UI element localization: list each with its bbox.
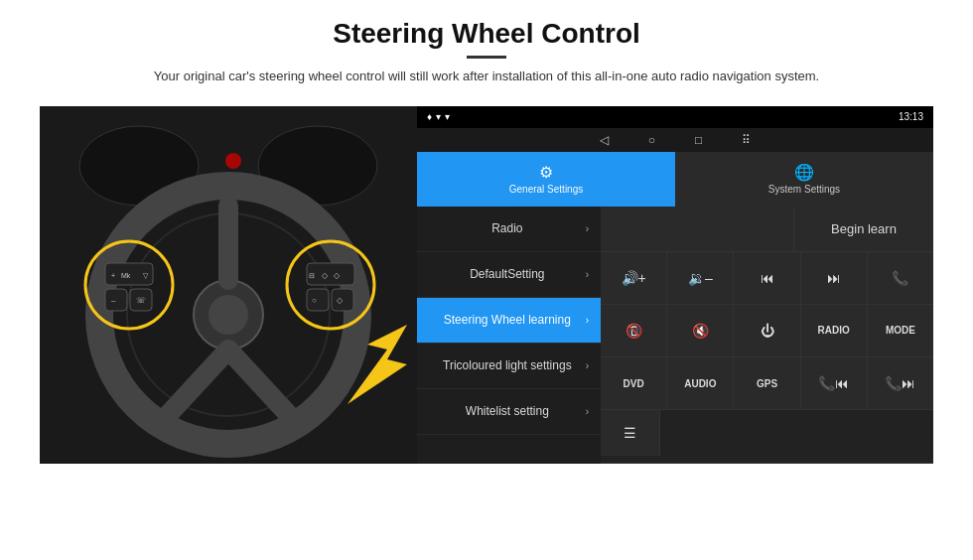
dvd-button[interactable]: DVD — [601, 357, 667, 409]
mode-button[interactable]: MODE — [868, 305, 933, 356]
chevron-icon: › — [586, 269, 589, 280]
dvd-label: DVD — [624, 378, 644, 389]
vol-up-icon: 🔊+ — [622, 270, 646, 286]
svg-text:◇: ◇ — [337, 296, 344, 305]
tab-general-label: General Settings — [509, 184, 584, 195]
power-button[interactable]: ⏻ — [734, 305, 800, 356]
menu-item-tricoloured[interactable]: Tricoloured light settings › — [417, 344, 601, 389]
page-title: Steering Wheel Control — [154, 18, 819, 50]
next-track-icon: ⏭ — [827, 270, 841, 286]
list-button[interactable]: ☰ — [601, 410, 660, 456]
svg-text:◇: ◇ — [334, 271, 341, 280]
svg-point-7 — [208, 295, 248, 335]
page-subtitle: Your original car's steering wheel contr… — [154, 67, 819, 86]
title-section: Steering Wheel Control Your original car… — [154, 18, 819, 98]
prev-track-button[interactable]: ⏮ — [734, 252, 800, 304]
svg-text:◇: ◇ — [322, 271, 329, 280]
power-icon: ⏻ — [761, 323, 774, 339]
menu-item-defaultsetting-label: DefaultSetting — [429, 267, 586, 281]
menu-item-defaultsetting[interactable]: DefaultSetting › — [417, 252, 601, 298]
svg-rect-22 — [307, 289, 329, 311]
ctrl-row-2: 📵 🔇 ⏻ RADIO MO — [601, 305, 933, 357]
radio-label: RADIO — [818, 325, 850, 336]
main-content: Radio › DefaultSetting › Steering Wheel … — [417, 207, 933, 464]
nav-bar: ◁ ○ □ ⠿ — [417, 128, 933, 152]
svg-rect-23 — [332, 289, 353, 311]
radio-row: Begin learn — [601, 207, 933, 252]
menu-item-radio[interactable]: Radio › — [417, 207, 601, 252]
prev-track-icon: ⏮ — [761, 270, 774, 286]
svg-text:☏: ☏ — [136, 296, 146, 305]
tab-system-label: System Settings — [768, 184, 840, 195]
next-track-button[interactable]: ⏭ — [801, 252, 868, 304]
vol-down-button[interactable]: 🔉– — [667, 252, 734, 304]
menu-item-steering[interactable]: Steering Wheel learning › — [417, 298, 601, 344]
vol-down-icon: 🔉– — [688, 270, 713, 286]
chevron-icon: › — [586, 406, 589, 417]
svg-text:+: + — [111, 272, 115, 279]
title-divider — [467, 56, 506, 59]
tab-general[interactable]: ⚙ General Settings — [417, 152, 675, 207]
begin-learn-button[interactable]: Begin learn — [794, 207, 933, 251]
time-display: 13:13 — [899, 111, 923, 122]
svg-point-3 — [225, 153, 241, 169]
chevron-icon: › — [586, 223, 589, 234]
tel-prev-button[interactable]: 📞⏮ — [801, 357, 868, 409]
gps-label: GPS — [757, 378, 777, 389]
svg-text:–: – — [111, 296, 116, 305]
mute-button[interactable]: 🔇 — [667, 305, 734, 356]
settings-tabs: ⚙ General Settings 🌐 System Settings — [417, 152, 933, 207]
menu-item-steering-label: Steering Wheel learning — [429, 313, 586, 327]
mode-label: MODE — [886, 325, 915, 336]
menu-item-tricoloured-label: Tricoloured light settings — [429, 358, 586, 372]
vol-up-button[interactable]: 🔊+ — [601, 252, 667, 304]
home-nav-icon[interactable]: ○ — [648, 133, 655, 147]
wifi-icon: ▾ — [436, 111, 441, 122]
chevron-icon: › — [586, 315, 589, 326]
gps-button[interactable]: GPS — [734, 357, 800, 409]
tel-next-button[interactable]: 📞⏭ — [868, 357, 933, 409]
controls-grid: 🔊+ 🔉– ⏮ ⏭ 📞 — [601, 252, 933, 464]
menu-item-whitelist-label: Whitelist setting — [429, 404, 586, 418]
hang-up-icon: 📵 — [626, 323, 642, 339]
chevron-icon: › — [586, 360, 589, 371]
device-side: ♦ ▾ ▾ 13:13 ◁ ○ □ ⠿ ⚙ General Settings — [417, 106, 933, 464]
menu-list: Radio › DefaultSetting › Steering Wheel … — [417, 207, 601, 464]
system-settings-icon: 🌐 — [794, 163, 814, 182]
tel-prev-icon: 📞⏮ — [818, 375, 849, 391]
status-bar: ♦ ▾ ▾ 13:13 — [417, 106, 933, 128]
radio-button[interactable]: RADIO — [801, 305, 868, 356]
audio-label: AUDIO — [684, 378, 716, 389]
audio-button[interactable]: AUDIO — [667, 357, 734, 409]
status-icons: ♦ ▾ ▾ — [427, 111, 450, 122]
menu-item-whitelist[interactable]: Whitelist setting › — [417, 389, 601, 435]
steering-wheel-bg: + Mk ▽ – ☏ ⊟ ◇ ◇ ○ ◇ — [40, 106, 417, 464]
content-area: + Mk ▽ – ☏ ⊟ ◇ ◇ ○ ◇ — [40, 106, 933, 464]
back-nav-icon[interactable]: ◁ — [600, 133, 609, 147]
tel-next-icon: 📞⏭ — [885, 375, 915, 391]
ctrl-row-4: ☰ — [601, 410, 933, 463]
general-settings-icon: ⚙ — [539, 163, 553, 182]
signal-icon: ▾ — [445, 111, 450, 122]
ctrl-row-3: DVD AUDIO GPS 📞⏮ — [601, 357, 933, 410]
control-panel: Begin learn 🔊+ 🔉– — [601, 207, 933, 464]
mute-icon: 🔇 — [692, 323, 709, 339]
tab-system[interactable]: 🌐 System Settings — [675, 152, 933, 207]
list-icon: ☰ — [624, 425, 636, 441]
photo-side: + Mk ▽ – ☏ ⊟ ◇ ◇ ○ ◇ — [40, 106, 417, 464]
phone-icon: 📞 — [892, 270, 908, 286]
phone-button[interactable]: 📞 — [868, 252, 933, 304]
menu-item-radio-label: Radio — [429, 221, 586, 235]
svg-text:○: ○ — [312, 296, 317, 305]
menu-nav-icon[interactable]: ⠿ — [742, 133, 751, 147]
svg-rect-13 — [105, 289, 127, 311]
svg-text:Mk: Mk — [121, 272, 131, 279]
radio-empty-area — [601, 207, 794, 251]
svg-text:⊟: ⊟ — [309, 272, 315, 279]
hang-up-button[interactable]: 📵 — [601, 305, 667, 356]
page-container: Steering Wheel Control Your original car… — [0, 0, 973, 560]
recent-nav-icon[interactable]: □ — [695, 133, 702, 147]
ctrl-row-1: 🔊+ 🔉– ⏮ ⏭ 📞 — [601, 252, 933, 305]
location-icon: ♦ — [427, 111, 432, 122]
